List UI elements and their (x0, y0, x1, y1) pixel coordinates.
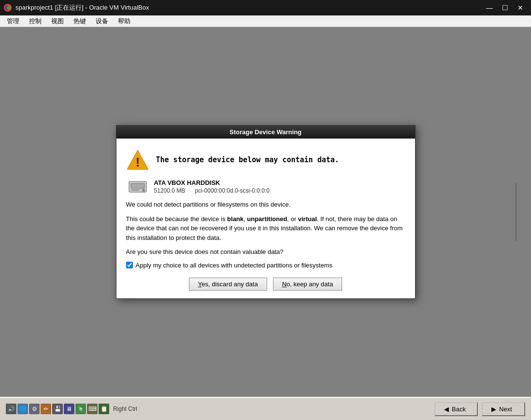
checkbox-label[interactable]: Apply my choice to all devices with unde… (136, 262, 333, 269)
svg-rect-8 (131, 189, 140, 191)
bold-unpartitioned: unpartitioned (247, 215, 287, 223)
device-info: ATA VBOX HARDDISK 51200.0 MB pci-0000:00… (154, 179, 270, 194)
menu-view[interactable]: 视图 (46, 16, 69, 27)
warning-header: ! The storage device below may contain d… (126, 148, 405, 171)
app-icon (4, 4, 12, 12)
menu-control[interactable]: 控制 (24, 16, 46, 27)
window-controls: — ☐ ✕ (483, 3, 527, 13)
apply-all-checkbox[interactable] (126, 262, 133, 268)
status-icon-6: 🖥 (64, 404, 74, 414)
bold-virtual: virtual (298, 215, 317, 223)
dialog-button-row: Yes, discard any data No, keep any data (126, 278, 405, 291)
status-icon-2: 🌐 (17, 404, 28, 414)
device-pci: pci-0000:00:0d.0-scsi-0:0:0:0 (195, 187, 270, 194)
statusbar-icons: 🔊 🌐 ⚙ ✏ 💾 🖥 🖱 ⌨ 📋 Right Ctrl (6, 404, 137, 414)
back-button[interactable]: ◀ Back (434, 402, 478, 416)
svg-point-2 (7, 6, 11, 10)
device-size: 51200.0 MB (154, 187, 186, 194)
maximize-button[interactable]: ☐ (498, 3, 512, 13)
back-arrow-icon: ◀ (444, 406, 449, 413)
title-bar: sparkproject1 [正在运行] - Oracle VM Virtual… (0, 0, 531, 15)
menu-bar: 管理 控制 视图 热键 设备 帮助 (0, 15, 531, 27)
disk-icon (128, 180, 147, 194)
minimize-button[interactable]: — (483, 3, 496, 13)
yes-discard-button[interactable]: Yes, discard any data (189, 278, 267, 291)
body-text-3: Are you sure this device does not contai… (126, 247, 405, 257)
status-icon-9: 📋 (99, 404, 109, 414)
no-keep-button[interactable]: No, keep any data (273, 278, 343, 291)
bottom-bar: 🔊 🌐 ⚙ ✏ 💾 🖥 🖱 ⌨ 📋 Right Ctrl ◀ Back ▶ Ne… (0, 397, 531, 420)
body-text-2: This could be because the device is blan… (126, 214, 405, 243)
close-button[interactable]: ✕ (514, 3, 527, 13)
device-row: ATA VBOX HARDDISK 51200.0 MB pci-0000:00… (126, 179, 405, 194)
vm-separator (516, 183, 517, 241)
status-icon-8: ⌨ (87, 404, 98, 414)
device-name: ATA VBOX HARDDISK (154, 179, 270, 186)
window-title: sparkproject1 [正在运行] - Oracle VM Virtual… (15, 3, 479, 12)
warning-title: The storage device below may contain dat… (156, 155, 339, 164)
status-icon-7: 🖱 (75, 404, 86, 414)
bold-blank: blank (227, 215, 244, 223)
status-icon-3: ⚙ (29, 404, 40, 414)
body-text-1: We could not detect partitions or filesy… (126, 200, 405, 210)
bottom-right-buttons: ◀ Back ▶ Next (434, 402, 525, 416)
menu-help[interactable]: 帮助 (113, 16, 135, 27)
svg-rect-6 (131, 183, 144, 188)
back-label: Back (452, 406, 466, 413)
svg-point-7 (142, 189, 145, 192)
status-icon-5: 💾 (52, 404, 63, 414)
storage-warning-dialog: Storage Device Warning ! The storage dev… (116, 125, 416, 299)
vm-display-area: Storage Device Warning ! The storage dev… (0, 27, 531, 397)
next-button[interactable]: ▶ Next (482, 402, 525, 416)
menu-hotkey[interactable]: 热键 (69, 16, 91, 27)
menu-manage[interactable]: 管理 (2, 16, 24, 27)
dialog-body: ! The storage device below may contain d… (116, 139, 415, 298)
dialog-title: Storage Device Warning (116, 126, 415, 139)
device-details: 51200.0 MB pci-0000:00:0d.0-scsi-0:0:0:0 (154, 187, 270, 194)
warning-icon: ! (126, 148, 149, 171)
svg-text:!: ! (135, 155, 140, 169)
menu-device[interactable]: 设备 (91, 16, 113, 27)
next-arrow-icon: ▶ (491, 406, 496, 413)
next-label: Next (499, 406, 512, 413)
right-ctrl-label: Right Ctrl (113, 406, 137, 412)
status-icon-1: 🔊 (6, 404, 16, 414)
status-icon-4: ✏ (41, 404, 51, 414)
checkbox-row: Apply my choice to all devices with unde… (126, 262, 405, 269)
